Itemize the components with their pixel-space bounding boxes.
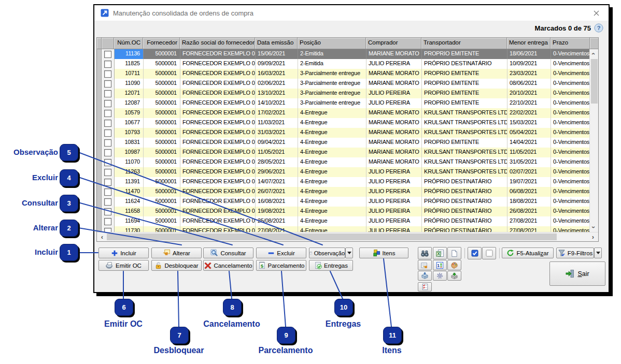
cell-emis: 17/02/2021 [256,108,298,118]
cell-comp: MARIANE MORATO [366,148,422,157]
table-row[interactable]: 113915000001FORNECEDOR EXEMPLO 0214/07/2… [97,177,589,187]
cell-prazo: 0-Vencimentos [551,197,589,207]
cancelamento-button[interactable]: Cancelamento [203,260,253,271]
table-row[interactable]: 112635000001FORNECEDOR EXEMPLO 0229/06/2… [97,167,589,177]
find-button[interactable] [418,247,432,259]
callout-badge-7: 7 [170,327,189,344]
vertical-scroll-thumb[interactable] [591,59,598,104]
check-all-button[interactable] [468,247,482,259]
table-row[interactable]: 108315000001FORNECEDOR EXEMPLO 0209/04/2… [97,138,589,148]
table-row[interactable]: 118255000001FORNECEDOR EXEMPLO 0209/09/2… [97,59,589,69]
callout-label: Desbloquear [135,346,223,355]
report-button[interactable] [447,247,461,259]
table-row[interactable]: 106775000001FORNECEDOR EXEMPLO 0211/03/2… [97,118,589,128]
cell-prazo: 0-Vencimentos [551,108,589,118]
cell-razao: FORNECEDOR EXEMPLO 02 [180,187,256,197]
table-row[interactable]: 107935000001FORNECEDOR EXEMPLO 0231/03/2… [97,128,589,138]
excluir-button[interactable]: Excluir [256,247,306,258]
cell-comp: JULIO PEREIRA [366,197,422,207]
row-checkbox[interactable] [104,198,111,206]
row-checkbox[interactable] [104,80,111,88]
export-box-button[interactable] [418,271,432,281]
alterar-button[interactable]: ☚ Alterar [151,247,202,258]
scroll-down-icon[interactable]: › [590,223,598,231]
row-checkbox[interactable] [104,188,111,196]
table-row[interactable]: 116585000001FORNECEDOR EXEMPLO 0219/08/2… [97,207,589,216]
grid-edit-button[interactable]: ☚ [418,260,432,270]
export-excel-button[interactable]: X [433,247,447,259]
f9-filtros-dropdown-button[interactable] [594,247,602,258]
row-checkbox[interactable] [104,110,111,117]
scroll-left-icon[interactable]: ‹ [98,232,106,241]
help-icon[interactable]: ? [594,23,603,33]
table-row[interactable]: 117305000001FORNECEDOR EXEMPLO 0227/08/2… [97,226,589,232]
note-icon [309,250,313,257]
table-row[interactable]: 111365000001FORNECEDOR EXEMPLO 0215/06/2… [97,49,589,59]
table-row[interactable]: 114705000001FORNECEDOR EXEMPLO 0226/07/2… [97,187,589,197]
close-icon[interactable] [590,7,602,19]
document-icon [450,250,458,257]
settings-button[interactable] [433,271,447,281]
cell-transp: PRÓPRIO DESTINATÁRIO [422,177,507,187]
row-checkbox-cell [102,49,115,59]
cell-num: 12071 [115,89,144,98]
cell-razao: FORNECEDOR EXEMPLO 02 [180,89,256,98]
table-row[interactable]: 107115000001FORNECEDOR EXEMPLO 0216/03/2… [97,69,589,79]
horizontal-scrollbar[interactable]: ‹ › [97,232,598,241]
svg-text:$: $ [260,263,263,269]
row-checkbox[interactable] [104,120,111,127]
horizontal-scroll-thumb[interactable] [107,234,557,240]
consultar-button[interactable]: Consultar [203,247,253,258]
callout-badge-4: 4 [60,169,78,186]
itens-button[interactable]: Itens [359,247,408,258]
grid-header: Núm.OCFornecedorRazão social do forneced… [97,38,599,49]
table-row[interactable]: 120715000001FORNECEDOR EXEMPLO 0213/10/2… [97,89,589,98]
table-row[interactable]: 110705000001FORNECEDOR EXEMPLO 0228/05/2… [97,157,589,167]
uncheck-all-button[interactable] [482,247,496,259]
row-checkbox[interactable] [104,129,111,137]
scroll-right-icon[interactable]: › [589,232,597,241]
row-checkbox[interactable] [104,90,111,97]
table-row[interactable]: 109875000001FORNECEDOR EXEMPLO 0211/05/2… [97,148,589,157]
row-checkbox[interactable] [104,179,111,186]
cell-pos: 3-Parcialmente entregue [298,89,366,98]
cell-prazo: 0-Vencimentos [551,207,589,216]
scroll-up-icon[interactable]: ‹ [590,50,598,58]
cell-num: 10711 [115,69,144,79]
row-checkbox-cell [102,148,115,157]
table-row[interactable]: 110905000001FORNECEDOR EXEMPLO 0202/06/2… [97,79,589,89]
row-checkbox[interactable] [104,51,111,58]
palette-button[interactable] [447,260,461,270]
row-checkbox[interactable] [104,70,111,78]
sort-order-button[interactable]: 1 [433,260,447,270]
f9-filtros-button[interactable]: F9-Filtros [556,247,594,258]
observacao-dropdown-button[interactable] [345,247,353,258]
import-box-button[interactable] [447,271,461,281]
cell-num: 12087 [115,98,144,108]
table-row[interactable]: 105795000001FORNECEDOR EXEMPLO 0217/02/2… [97,108,589,118]
observacao-button[interactable]: Observação [309,247,345,258]
checklist-button[interactable] [418,282,432,292]
row-checkbox[interactable] [104,169,111,176]
row-checkbox[interactable] [104,139,111,147]
row-checkbox[interactable] [104,218,111,225]
table-row[interactable]: 116945000001FORNECEDOR EXEMPLO 0225/08/2… [97,216,589,226]
emitir-oc-button[interactable]: Emitir OC [98,260,149,271]
row-checkbox[interactable] [104,159,111,166]
f5-atualizar-button[interactable]: F5-Atualizar [502,247,554,258]
table-row[interactable]: 116245000001FORNECEDOR EXEMPLO 0216/08/2… [97,197,589,207]
sair-button[interactable]: Sair [549,261,605,286]
table-row[interactable]: 120875000001FORNECEDOR EXEMPLO 0214/10/2… [97,98,589,108]
row-checkbox[interactable] [104,228,111,232]
incluir-button[interactable]: Incluir [98,247,149,258]
row-checkbox[interactable] [104,61,111,68]
svg-text:1: 1 [437,263,440,268]
parcelamento-button[interactable]: $ Parcelamento [256,260,306,271]
vertical-scrollbar[interactable]: ‹ › [589,49,598,232]
row-checkbox[interactable] [104,100,111,107]
desbloquear-button[interactable]: Desbloquear [151,260,202,271]
cell-ment: 08/06/2021 [507,79,551,89]
row-checkbox[interactable] [104,208,111,215]
row-checkbox[interactable] [104,149,111,156]
entregas-button[interactable]: Entregas [309,260,353,271]
